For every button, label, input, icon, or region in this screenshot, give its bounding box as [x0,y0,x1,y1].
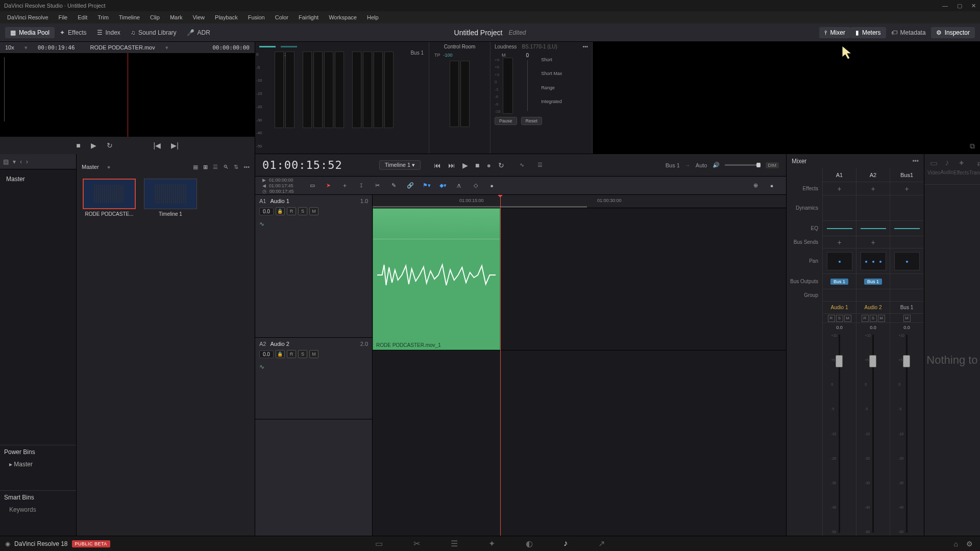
group-slot[interactable] [856,289,890,301]
menu-view[interactable]: View [187,13,210,22]
dynamics-slot[interactable] [856,195,890,220]
clip-thumb[interactable]: Timeline 1 [143,179,198,217]
source-speed[interactable]: 10x [5,44,14,51]
eq-slot[interactable] [823,220,856,236]
speaker-icon[interactable]: 🔊 [713,162,720,168]
arm-button[interactable]: R [287,207,296,215]
zoom-slider-icon[interactable]: ● [765,180,779,192]
mixer-strip-a1[interactable]: A1 + + Bus 1 Audio 1 RSM 0.0 +10+50-5-10… [822,168,856,536]
bus-output-chip[interactable]: Bus 1 [864,279,882,285]
arm-button[interactable]: R [287,350,296,358]
menu-trim[interactable]: Trim [92,13,114,22]
menu-file[interactable]: File [54,13,73,22]
pool-list2-icon[interactable]: ☰ [213,164,218,170]
fader[interactable]: +10+50-5-10-20-30-40-50 [872,332,874,536]
dim-button[interactable]: DIM [766,162,779,168]
lock-icon[interactable]: 🔒 [276,207,285,215]
bus-output-chip[interactable]: Bus 1 [830,279,848,285]
dynamics-slot[interactable] [890,195,923,220]
loudness-menu-icon[interactable]: ••• [582,44,588,49]
dynamics-slot[interactable] [823,195,856,220]
group-slot[interactable] [823,289,856,301]
toolbar-mixer[interactable]: ⫯Mixer [819,27,850,38]
zoom-fit-icon[interactable]: ⊕ [748,180,763,192]
eq-slot[interactable] [890,220,923,236]
pool-menu-icon[interactable]: ••• [243,164,250,170]
menu-mark[interactable]: Mark [165,13,187,22]
mixer-strip-bus1[interactable]: Bus1 + Bus 1 M 0.0 +10+50-5-10-20-30-40-… [890,168,923,536]
pan-slot[interactable] [890,248,923,273]
pool-list-icon[interactable]: ▤ [3,158,9,165]
fusion-page-icon[interactable]: ✦ [488,539,495,548]
solo-button[interactable]: S [298,207,307,215]
menu-timeline[interactable]: Timeline [114,13,145,22]
add-effect-button[interactable]: + [837,185,841,193]
solo-button[interactable]: S [298,350,307,358]
inspector-tab-audio[interactable]: ♪Audio [940,158,953,180]
lock-icon[interactable]: 🔒 [276,350,285,358]
cut-page-icon[interactable]: ✂ [413,539,420,548]
marker-tool[interactable]: ◆▾ [436,180,450,192]
inspector-tab-video[interactable]: ▭Video [927,158,940,180]
fastfwd-button[interactable]: ⏭ [448,161,455,169]
minimize-button[interactable]: — [942,3,948,9]
fairlight-page-icon[interactable]: ♪ [564,539,568,548]
mixer-icon[interactable]: ☰ [537,162,543,168]
mixer-menu-icon[interactable]: ••• [912,158,919,165]
inspector-tab-effects[interactable]: ✦Effects [953,158,969,180]
loop-button[interactable]: ↻ [498,161,504,169]
source-prev-button[interactable]: |◀ [154,141,161,149]
media-page-icon[interactable]: ▭ [375,539,383,548]
mixer-strip-a2[interactable]: A2 + + Bus 1 Audio 2 RSM 0.0 +10+50-5-10… [856,168,890,536]
inspector-tab-transition[interactable]: ⇄Transition [969,158,980,180]
deliver-page-icon[interactable]: ↗ [598,539,605,548]
timeline-view-icon[interactable]: ▭ [305,180,320,192]
toolbar-index[interactable]: ☰Index [92,27,126,38]
toolbar-adr[interactable]: 🎤ADR [182,27,215,38]
toolbar-effects[interactable]: ✦Effects [55,27,91,38]
chevron-down-icon[interactable]: ▾ [13,158,16,165]
track-header-a1[interactable]: A1Audio 11.0 0.0 🔒 R S M ∿ [255,195,372,338]
source-next-button[interactable]: ▶| [171,141,179,149]
pan-slot[interactable] [856,248,890,273]
toolbar-inspector[interactable]: ⚙Inspector [931,27,975,38]
menu-help[interactable]: Help [362,13,384,22]
transient-tool[interactable]: ⩚ [452,180,467,192]
menu-edit[interactable]: Edit [72,13,92,22]
clip-thumb[interactable]: RODE PODCASTE... [82,179,137,217]
timeline-selector[interactable]: Timeline 1 ▾ [379,160,421,170]
source-play-button[interactable]: ▶ [91,141,96,149]
snap-tool[interactable]: ◇ [469,180,483,192]
selection-tool[interactable]: ➤ [322,180,336,192]
chevron-right-icon[interactable]: › [26,158,28,165]
menu-davinci-resolve[interactable]: DaVinci Resolve [2,13,54,22]
rewind-button[interactable]: ⏮ [434,161,441,169]
fader[interactable]: +10+50-5-10-20-30-40-50 [906,332,908,536]
dot-tool[interactable]: ● [485,180,499,192]
loudness-reset-button[interactable]: Reset [521,117,543,125]
audio-clip[interactable]: RODE PODCASTER.mov_1 [373,208,500,350]
add-effect-button[interactable]: + [871,185,875,193]
video-preview[interactable]: ⧉ [592,42,980,154]
fader[interactable]: +10+50-5-10-20-30-40-50 [839,332,840,536]
link-tool[interactable]: 🔗 [403,180,418,192]
menu-workspace[interactable]: Workspace [324,13,362,22]
source-canvas[interactable] [0,53,255,137]
source-loop-button[interactable]: ↻ [107,141,113,149]
record-button[interactable]: ● [487,161,491,169]
bin-master[interactable]: Master [4,173,72,185]
playhead[interactable] [500,195,501,536]
stop-button[interactable]: ■ [475,161,479,169]
monitor-auto[interactable]: Auto [696,162,707,168]
flag-tool[interactable]: ⚑▾ [420,180,434,192]
monitor-bus[interactable]: Bus 1 [666,162,680,168]
menu-fusion[interactable]: Fusion [243,13,270,22]
smart-bins-label[interactable]: Smart Bins [0,490,76,504]
source-clip-name[interactable]: RODE PODCASTER.mov [90,44,155,51]
power-bin-master[interactable]: ▸ Master [0,459,76,470]
loudness-pause-button[interactable]: Pause [495,117,517,125]
toolbar-media-pool[interactable]: ▦Media Pool [5,27,55,38]
automation-icon[interactable]: ∿ [520,162,524,168]
color-page-icon[interactable]: ◐ [526,539,533,548]
pan-slot[interactable] [823,248,856,273]
